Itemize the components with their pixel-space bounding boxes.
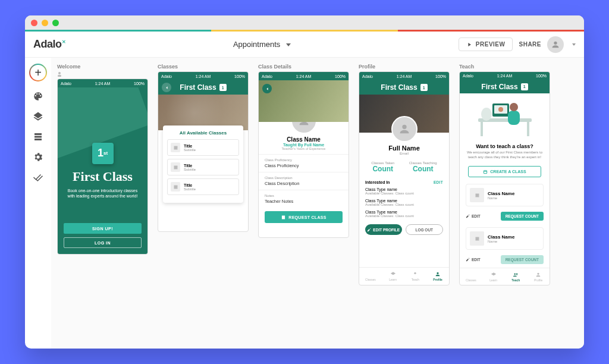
left-sidebar: + <box>25 58 51 349</box>
tab-bar: Classes Learn Teach Profile <box>460 268 550 285</box>
person-icon <box>551 40 560 49</box>
interested-label: Interested In <box>365 180 390 184</box>
tab-profile[interactable]: Profile <box>527 268 550 285</box>
close-icon[interactable] <box>31 20 37 26</box>
back-button[interactable] <box>262 84 272 93</box>
screen-teach[interactable]: Teach Adalo1:24 AM100% First Class1 <box>459 64 550 285</box>
screen-welcome[interactable]: Welcome Adalo1:24 AM100% 1st First Class… <box>57 64 148 285</box>
svg-point-7 <box>498 107 503 112</box>
section-description: Class DescriptionClass Description <box>259 172 349 190</box>
pencil-icon <box>367 228 371 232</box>
svg-point-9 <box>510 103 518 111</box>
login-button[interactable]: LOG IN <box>64 237 142 248</box>
screen-label: Teach <box>459 64 550 70</box>
list-item[interactable]: TitleSubtitle <box>167 139 239 156</box>
section-notes: NotesTeacher Notes <box>259 190 349 208</box>
app-bar: First Class1 <box>158 80 248 95</box>
section-proficiency: Class ProficiencyClass Proficiency <box>259 154 349 172</box>
layers-icon[interactable] <box>33 111 43 122</box>
app-bar: First Class1 <box>460 80 550 93</box>
edit-class-button[interactable]: EDIT <box>466 258 481 262</box>
welcome-hero: 1st First Class Book one-on-one introduc… <box>58 87 147 254</box>
interest-item[interactable]: Class Type nameAvailable Classes: Class … <box>359 197 449 208</box>
database-icon[interactable] <box>33 131 43 142</box>
edit-profile-button[interactable]: EDIT PROFILE <box>365 224 402 235</box>
profile-stats: Classes TakenCount Classes TeachingCount <box>359 158 449 177</box>
minimize-icon[interactable] <box>42 20 48 26</box>
app-window: Adalo✕ Appointments PREVIEW SHARE + <box>25 15 584 349</box>
screen-label: Profile <box>359 64 450 70</box>
screen-label: Welcome <box>57 64 148 70</box>
calendar-icon <box>281 215 286 220</box>
palette-icon[interactable] <box>33 91 43 102</box>
edit-class-button[interactable]: EDIT <box>466 214 481 218</box>
screen-label: Class Details <box>258 64 349 70</box>
back-button[interactable] <box>162 83 171 92</box>
tab-learn[interactable]: Learn <box>382 268 404 285</box>
image-placeholder-icon <box>171 162 180 172</box>
share-button[interactable]: SHARE <box>519 41 541 48</box>
interest-item[interactable]: Class Type nameAvailable Classes: Class … <box>359 208 449 219</box>
preview-button[interactable]: PREVIEW <box>459 37 513 51</box>
tab-learn[interactable]: Learn <box>482 268 505 285</box>
hero-image <box>259 80 349 122</box>
gear-icon[interactable] <box>33 152 43 162</box>
teach-heading: Want to teach a class? <box>466 143 544 149</box>
edit-interests-button[interactable]: EDIT <box>434 180 443 184</box>
add-button[interactable]: + <box>29 64 47 81</box>
experience: Teacher's Years of Experience <box>259 147 349 150</box>
screen-class-details[interactable]: Class Details Adalo1:24 AM100% Class Nam… <box>258 64 349 285</box>
profile-avatar <box>391 116 417 142</box>
profile-email: Email <box>359 152 449 155</box>
adalo-logo[interactable]: Adalo✕ <box>33 38 65 51</box>
user-avatar[interactable] <box>547 36 564 53</box>
request-class-button[interactable]: REQUEST CLASS <box>265 211 343 223</box>
logout-button[interactable]: LOG OUT <box>406 224 444 235</box>
project-name: Appointments <box>233 40 281 49</box>
create-class-button[interactable]: CREATE A CLASS <box>468 166 541 177</box>
tab-teach[interactable]: Teach <box>505 268 528 285</box>
welcome-title: First Class <box>73 169 133 184</box>
teach-sub: We encourage all of our First Class memb… <box>466 150 544 160</box>
hero-image <box>158 95 248 130</box>
tab-classes[interactable]: Classes <box>460 268 482 285</box>
project-selector[interactable]: Appointments <box>65 40 459 49</box>
list-item[interactable]: TitleSubtitle <box>167 159 239 175</box>
tab-classes[interactable]: Classes <box>359 268 382 285</box>
taught-by: Taught By Full Name <box>259 143 349 147</box>
request-count-button[interactable]: REQUEST COUNT <box>501 255 544 264</box>
chevron-down-icon[interactable] <box>572 43 576 46</box>
check-all-icon[interactable] <box>33 172 43 183</box>
request-count-button[interactable]: REQUEST COUNT <box>501 212 544 221</box>
status-bar: Adalo1:24 AM100% <box>259 72 349 80</box>
status-bar: Adalo1:24 AM100% <box>359 72 449 80</box>
teach-class-card[interactable]: Class NameName <box>466 227 544 250</box>
status-bar: Adalo1:24 AM100% <box>460 72 550 80</box>
tab-teach[interactable]: Teach <box>404 268 427 285</box>
calendar-icon <box>483 170 488 174</box>
card-title: All Available Classes <box>163 130 243 136</box>
app-bar: First Class1 <box>359 80 449 95</box>
list-item[interactable]: TitleSubtitle <box>167 178 239 195</box>
screen-profile[interactable]: Profile Adalo1:24 AM100% First Class1 Fu… <box>359 64 450 285</box>
status-bar: Adalo1:24 AM100% <box>158 72 248 80</box>
profile-name: Full Name <box>359 145 449 152</box>
svg-rect-8 <box>508 111 520 125</box>
mac-titlebar <box>25 15 584 30</box>
signup-button[interactable]: SIGN UP! <box>64 223 142 234</box>
status-bar: Adalo1:24 AM100% <box>58 79 147 87</box>
tab-profile[interactable]: Profile <box>426 268 449 285</box>
teach-class-card[interactable]: Class NameName <box>466 184 544 206</box>
image-placeholder-icon <box>171 182 180 192</box>
maximize-icon[interactable] <box>52 20 59 26</box>
first-class-logo-icon: 1st <box>92 143 114 164</box>
design-canvas[interactable]: Welcome Adalo1:24 AM100% 1st First Class… <box>51 58 584 349</box>
screen-label: Classes <box>158 64 249 70</box>
image-placeholder-icon <box>171 143 180 152</box>
interest-item[interactable]: Class Type nameAvailable Classes: Class … <box>359 186 449 197</box>
svg-rect-1 <box>58 75 61 77</box>
classes-card: All Available Classes TitleSubtitle Titl… <box>163 125 243 203</box>
screen-classes[interactable]: Classes Adalo1:24 AM100% First Class1 Al… <box>158 64 249 285</box>
teach-illustration <box>460 93 550 143</box>
person-marker-icon <box>57 71 64 77</box>
